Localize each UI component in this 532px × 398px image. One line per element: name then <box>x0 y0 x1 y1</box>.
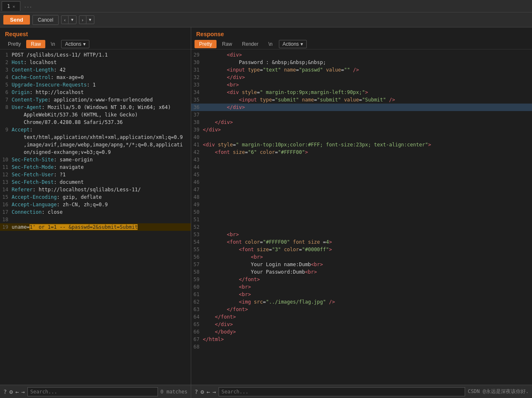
response-actions-chevron-icon: ▾ <box>300 41 303 47</box>
request-code-area[interactable]: 1POST /sqlilabs/Less-11/ HTTP/1.12Host: … <box>0 49 191 385</box>
tab-1[interactable]: 1 ✕ <box>2 1 20 11</box>
request-line-9: 9Accept: text/html,application/xhtml+xml… <box>0 126 191 156</box>
response-line-63: 63 </font> <box>191 306 532 313</box>
response-line-49: 49 <box>191 201 532 208</box>
tab-overflow-dots: ... <box>24 3 32 9</box>
cancel-button[interactable]: Cancel <box>32 15 59 25</box>
request-tab-pretty[interactable]: Pretty <box>3 40 25 48</box>
watermark-text: CSDN @永远是深夜该你好. <box>468 388 529 395</box>
response-line-40: 40 <box>191 133 532 141</box>
response-tab-ln[interactable]: \n <box>264 40 277 48</box>
request-line-3: 3Content-Length: 42 <box>0 66 191 74</box>
request-line-7: 7Content-Type: application/x-www-form-ur… <box>0 96 191 104</box>
nav-fwd-dropdown-button[interactable]: ▾ <box>86 16 94 24</box>
response-code-area[interactable]: 29 <div>30 Password : &nbsp;&nbsp;&nbsp;… <box>191 49 532 385</box>
request-bottom-bar: ? ⚙ ← → 0 matches <box>0 385 191 398</box>
response-tab-pretty[interactable]: Pretty <box>195 40 217 48</box>
response-line-39: 39</div> <box>191 126 532 133</box>
response-line-29: 29 <div> <box>191 51 532 59</box>
request-tab-ln[interactable]: \n <box>46 40 59 48</box>
response-line-60: 60 <br> <box>191 283 532 291</box>
response-line-64: 64 </font> <box>191 313 532 321</box>
request-line-6: 6Origin: http://localhost <box>0 89 191 96</box>
help-icon[interactable]: ? <box>3 388 7 395</box>
response-line-38: 38 </div> <box>191 119 532 126</box>
response-bottom-bar: ? ⚙ ← → CSDN @永远是深夜该你好. <box>191 385 532 398</box>
response-actions-button[interactable]: Actions ▾ <box>279 40 307 48</box>
response-line-44: 44 <box>191 163 532 171</box>
request-line-12: 12Sec-Fetch-User: ?1 <box>0 171 191 178</box>
request-tabs-row: Pretty Raw \n Actions ▾ <box>0 39 191 49</box>
request-line-19: 19uname=1' or 1=1 -- &passwd=2&submit=Su… <box>0 223 191 231</box>
response-tab-render[interactable]: Render <box>237 40 263 48</box>
nav-prev-icon[interactable]: ← <box>15 388 19 395</box>
request-line-15: 15Accept-Encoding: gzip, deflate <box>0 193 191 201</box>
response-line-37: 37 <box>191 111 532 119</box>
settings-icon[interactable]: ⚙ <box>9 388 12 395</box>
response-line-34: 34 <div style=" margin-top:9px;margin-le… <box>191 89 532 96</box>
response-title: Response <box>191 27 532 39</box>
request-line-13: 13Sec-Fetch-Dest: document <box>0 178 191 186</box>
request-line-17: 17Connection: close <box>0 208 191 216</box>
response-line-59: 59 </font> <box>191 276 532 283</box>
response-line-55: 55 <font size="3" color="#0000ff"> <box>191 246 532 253</box>
request-match-count: 0 matches <box>160 389 187 395</box>
response-line-48: 48 <box>191 193 532 201</box>
send-button[interactable]: Send <box>3 15 30 25</box>
response-panel: Response Pretty Raw Render \n Actions ▾ … <box>191 27 532 398</box>
response-line-31: 31 <input type="text" name="passwd" valu… <box>191 66 532 74</box>
nav-next-icon[interactable]: → <box>21 388 25 395</box>
response-line-46: 46 <box>191 178 532 186</box>
request-line-4: 4Cache-Control: max-age=0 <box>0 74 191 81</box>
response-line-50: 50 <box>191 208 532 216</box>
response-line-35: 35 <input type="submit" name="submit" va… <box>191 96 532 104</box>
response-line-62: 62 <img src="../images/flag.jpg" /> <box>191 298 532 306</box>
actions-chevron-icon: ▾ <box>83 41 86 47</box>
nav-fwd-button[interactable]: › <box>79 16 86 24</box>
response-line-52: 52 <box>191 223 532 231</box>
request-line-8: 8User-Agent: Mozilla/5.0 (Windows NT 10.… <box>0 104 191 126</box>
response-line-65: 65 </div> <box>191 321 532 328</box>
response-line-61: 61 <br> <box>191 291 532 298</box>
request-line-18: 18 <box>0 216 191 223</box>
request-line-1: 1POST /sqlilabs/Less-11/ HTTP/1.1 <box>0 51 191 59</box>
request-line-10: 10Sec-Fetch-Site: same-origin <box>0 156 191 163</box>
tab-bar: 1 ✕ ... <box>0 0 532 12</box>
request-line-11: 11Sec-Fetch-Mode: navigate <box>0 163 191 171</box>
request-title: Request <box>0 27 191 39</box>
response-line-58: 58 Your Password:Dumb<br> <box>191 268 532 276</box>
fwd-nav-group: › ▾ <box>79 15 94 24</box>
response-search-input[interactable] <box>219 387 466 396</box>
response-line-53: 53 <br> <box>191 231 532 238</box>
nav-back-dropdown-button[interactable]: ▾ <box>69 16 76 24</box>
main-area: Request Pretty Raw \n Actions ▾ 1POST /s… <box>0 27 532 398</box>
response-line-43: 43 <box>191 156 532 163</box>
response-line-32: 32 </div> <box>191 74 532 81</box>
response-line-33: 33 <br> <box>191 81 532 89</box>
response-settings-icon[interactable]: ⚙ <box>200 388 204 395</box>
nav-back-button[interactable]: ‹ <box>62 16 69 24</box>
tab-label: 1 <box>7 3 10 9</box>
tab-close-icon[interactable]: ✕ <box>12 4 15 9</box>
request-search-input[interactable] <box>27 387 158 396</box>
toolbar: Send Cancel ‹ ▾ › ▾ <box>0 12 532 27</box>
request-line-5: 5Upgrade-Insecure-Requests: 1 <box>0 81 191 89</box>
back-nav-group: ‹ ▾ <box>61 15 76 24</box>
response-help-icon[interactable]: ? <box>195 388 198 395</box>
response-line-68: 68 <box>191 343 532 351</box>
response-tabs-row: Pretty Raw Render \n Actions ▾ <box>191 39 532 49</box>
request-panel: Request Pretty Raw \n Actions ▾ 1POST /s… <box>0 27 191 398</box>
response-line-45: 45 <box>191 171 532 178</box>
response-line-47: 47 <box>191 186 532 193</box>
response-line-66: 66 </body> <box>191 328 532 336</box>
response-line-54: 54 <font color="#FFFF00" font size =4> <box>191 238 532 246</box>
response-line-36: 36 </div> <box>191 104 532 111</box>
request-tab-raw[interactable]: Raw <box>26 40 45 48</box>
response-nav-next-icon[interactable]: → <box>212 388 216 395</box>
response-tab-raw[interactable]: Raw <box>217 40 236 48</box>
request-line-14: 14Referer: http://localhost/sqlilabs/Les… <box>0 186 191 193</box>
response-line-51: 51 <box>191 216 532 223</box>
request-line-2: 2Host: localhost <box>0 59 191 66</box>
request-actions-button[interactable]: Actions ▾ <box>61 40 89 48</box>
response-nav-prev-icon[interactable]: ← <box>207 388 210 395</box>
